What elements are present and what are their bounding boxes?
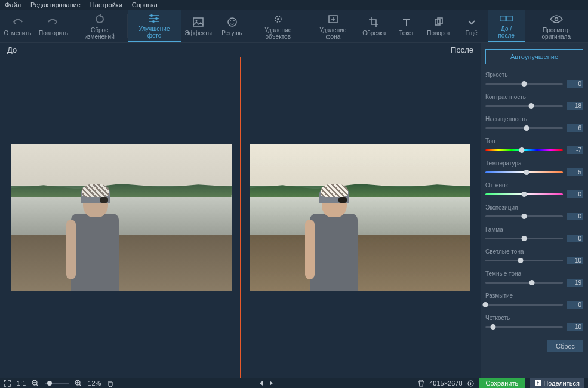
scale-label[interactable]: 1:1	[17, 380, 26, 387]
slider-track[interactable]	[485, 282, 563, 284]
slider-label: Экспозиция	[485, 204, 583, 211]
info-icon[interactable]	[467, 380, 474, 387]
before-after-button[interactable]: До / после	[488, 10, 525, 42]
workspace: До После Автоулучшение Яркость 0 Контрас…	[0, 43, 588, 378]
text-button[interactable]: Текст	[390, 10, 423, 42]
slider-thumb[interactable]	[522, 81, 527, 87]
next-icon[interactable]	[268, 380, 274, 386]
more-button[interactable]: Ещё	[455, 10, 488, 42]
reset-changes-button[interactable]: Сброс изменений	[72, 10, 127, 42]
auto-enhance-button[interactable]: Автоулучшение	[485, 49, 583, 64]
slider-thumb[interactable]	[519, 147, 525, 153]
slider-value[interactable]: 10	[567, 323, 583, 331]
slider-value[interactable]: 0	[567, 190, 583, 198]
fullscreen-icon[interactable]	[4, 380, 11, 387]
svg-point-16	[555, 17, 558, 20]
menu-file[interactable]: Файл	[5, 1, 21, 8]
undo-icon	[11, 16, 24, 29]
undo-button[interactable]: Отменить	[0, 10, 35, 42]
zoom-in-icon[interactable]	[75, 380, 82, 387]
slider-value[interactable]: 19	[567, 279, 583, 287]
compare-divider[interactable]	[240, 57, 241, 378]
menu-settings[interactable]: Настройки	[90, 1, 122, 8]
slider-row: Яркость 0	[485, 72, 583, 88]
slider-track[interactable]	[485, 127, 563, 129]
slider-thumb[interactable]	[522, 236, 527, 241]
slider-track[interactable]	[485, 171, 563, 173]
slider-track[interactable]	[485, 83, 563, 85]
slider-label: Светлые тона	[485, 248, 583, 255]
slider-thumb[interactable]	[524, 125, 529, 131]
chevron-down-icon	[465, 16, 478, 29]
slider-track[interactable]	[485, 215, 563, 217]
remove-bg-button[interactable]: Удаление фона	[308, 10, 358, 42]
slider-track[interactable]	[485, 238, 563, 239]
svg-point-1	[150, 14, 153, 17]
slider-thumb[interactable]	[529, 280, 535, 285]
rotate-button[interactable]: Поворот	[423, 10, 455, 42]
zoom-out-icon[interactable]	[32, 380, 39, 387]
zoom-slider[interactable]	[45, 383, 69, 384]
slider-label: Насыщенность	[485, 116, 583, 122]
svg-rect-15	[507, 16, 512, 20]
menubar: Файл Редактирование Настройки Справка	[0, 0, 588, 10]
slider-track[interactable]	[485, 193, 563, 195]
slider-track[interactable]	[485, 105, 563, 107]
slider-value[interactable]: 0	[567, 235, 583, 242]
view-original-button[interactable]: Просмотр оригинала	[525, 10, 588, 42]
slider-value[interactable]: -10	[567, 257, 583, 264]
slider-row: Насыщенность 6	[485, 116, 583, 132]
slider-value[interactable]: 5	[567, 168, 583, 176]
enhance-button[interactable]: Улучшение фото	[128, 10, 181, 42]
slider-thumb[interactable]	[522, 214, 527, 219]
svg-point-3	[152, 20, 155, 23]
redo-button[interactable]: Повторить	[35, 10, 72, 42]
slider-row: Четкость 10	[485, 315, 583, 331]
slider-track[interactable]	[485, 326, 563, 328]
slider-value[interactable]: 6	[567, 124, 583, 132]
slider-label: Темные тона	[485, 270, 583, 277]
slider-row: Температура 5	[485, 160, 583, 176]
slider-thumb[interactable]	[528, 103, 534, 109]
save-button[interactable]: Сохранить	[479, 378, 526, 388]
prev-icon[interactable]	[258, 380, 264, 386]
slider-value[interactable]: -7	[567, 146, 583, 154]
slider-thumb[interactable]	[483, 302, 488, 307]
canvas-area: До После	[0, 43, 481, 378]
slider-label: Оттенок	[485, 182, 583, 189]
slider-value[interactable]: 0	[567, 80, 583, 88]
crop-button[interactable]: Обрезка	[358, 10, 390, 42]
facebook-icon: f	[535, 380, 541, 386]
menu-edit[interactable]: Редактирование	[30, 1, 81, 8]
menu-help[interactable]: Справка	[132, 1, 158, 8]
redo-icon	[47, 16, 60, 29]
slider-thumb[interactable]	[518, 258, 523, 263]
slider-value[interactable]: 18	[567, 102, 583, 110]
remove-objects-button[interactable]: Удаление объектов	[248, 10, 308, 42]
label-after: После	[451, 45, 473, 54]
reset-sliders-button[interactable]: Сброс	[547, 340, 583, 352]
svg-rect-4	[193, 18, 203, 26]
text-icon	[400, 16, 413, 29]
svg-point-2	[155, 17, 158, 20]
retouch-button[interactable]: Ретушь	[216, 10, 248, 42]
slider-track[interactable]	[485, 149, 563, 151]
slider-value[interactable]: 0	[567, 301, 583, 309]
slider-row: Размытие 0	[485, 292, 583, 309]
slider-thumb[interactable]	[524, 170, 529, 175]
adjustments-sidebar: Автоулучшение Яркость 0 Контрастность 18…	[481, 43, 588, 378]
slider-track[interactable]	[485, 304, 563, 306]
slider-row: Оттенок 0	[485, 182, 583, 198]
effects-button[interactable]: Эффекты	[181, 10, 216, 42]
slider-row: Светлые тона -10	[485, 248, 583, 264]
trash-icon[interactable]	[418, 380, 424, 387]
slider-value[interactable]: 0	[567, 213, 583, 220]
erase-icon	[272, 13, 285, 26]
hand-icon[interactable]	[107, 380, 114, 387]
compare-icon	[500, 12, 513, 24]
slider-thumb[interactable]	[491, 324, 496, 330]
slider-thumb[interactable]	[522, 192, 527, 197]
dimensions-label: 4015×2678	[429, 380, 462, 387]
slider-track[interactable]	[485, 260, 563, 261]
share-button[interactable]: f Поделиться	[530, 378, 584, 388]
